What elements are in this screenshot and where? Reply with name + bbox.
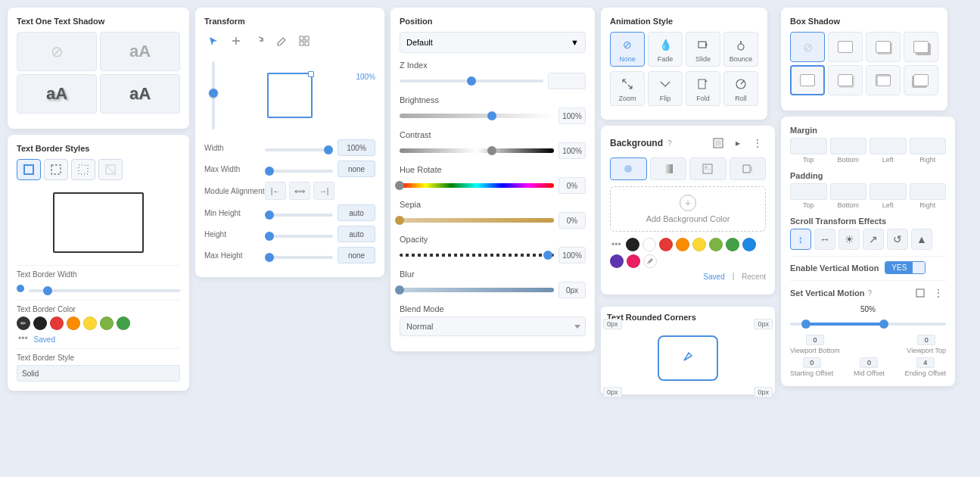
height-value[interactable]: auto: [338, 226, 375, 242]
color-black[interactable]: [33, 316, 47, 330]
bg-tab-image[interactable]: [689, 157, 726, 180]
margin-top-input[interactable]: [790, 138, 827, 154]
bg-color-red[interactable]: [659, 238, 673, 251]
blend-mode-select[interactable]: Normal Multiply Screen Overlay: [400, 316, 586, 336]
bg-color-eyedropper[interactable]: [643, 254, 657, 268]
grid-tool[interactable]: [295, 32, 313, 50]
height-slider[interactable]: [265, 235, 333, 238]
border-none-btn[interactable]: [98, 159, 123, 180]
z-index-input[interactable]: [548, 73, 586, 89]
bg-color-green1[interactable]: [709, 238, 723, 251]
max-height-slider[interactable]: [265, 256, 333, 259]
arrow-tool[interactable]: [204, 32, 222, 50]
color-eyedropper[interactable]: ✏: [17, 316, 30, 330]
anim-bounce[interactable]: Bounce: [723, 32, 758, 67]
padding-bottom-input[interactable]: [830, 183, 867, 200]
shadow-opt-2[interactable]: [866, 32, 901, 62]
shadow-opt-7[interactable]: [904, 65, 938, 95]
border-style-value[interactable]: Solid: [17, 365, 180, 382]
padding-top-input[interactable]: [790, 183, 827, 200]
vm-icon-2[interactable]: ⋮: [931, 285, 946, 301]
bg-saved-label[interactable]: Saved: [703, 273, 724, 281]
plus-tool[interactable]: [227, 32, 245, 50]
min-height-slider[interactable]: [265, 214, 333, 217]
color-yellow[interactable]: [83, 316, 97, 330]
shadow-plain[interactable]: aA: [100, 32, 180, 71]
rotate-tool[interactable]: [250, 32, 268, 50]
width-slider[interactable]: [265, 148, 333, 151]
bg-color-orange[interactable]: [676, 238, 689, 251]
width-value[interactable]: 100%: [338, 139, 375, 156]
color-red[interactable]: [50, 316, 64, 330]
color-lime[interactable]: [117, 316, 130, 330]
shadow-opt-4[interactable]: [790, 65, 825, 95]
color-orange[interactable]: [67, 316, 80, 330]
max-width-value[interactable]: none: [338, 161, 375, 177]
scroll-icon-3[interactable]: ☀: [838, 229, 860, 250]
bg-tab-video[interactable]: [730, 157, 767, 180]
yes-btn[interactable]: YES: [885, 262, 913, 273]
border-width-input[interactable]: [29, 289, 180, 292]
shadow-1[interactable]: aA: [17, 74, 97, 114]
bg-more[interactable]: ⋮: [749, 135, 766, 151]
scroll-icon-2[interactable]: ↔: [814, 229, 835, 250]
corner-tl-val[interactable]: 0px: [603, 319, 622, 329]
z-index-slider[interactable]: [400, 80, 543, 83]
margin-right-input[interactable]: [910, 138, 947, 154]
shadow-opt-3[interactable]: [904, 32, 938, 62]
anim-roll[interactable]: Roll: [723, 71, 758, 106]
anim-fold[interactable]: Fold: [686, 71, 720, 106]
scroll-icon-4[interactable]: ↗: [863, 229, 884, 250]
bg-color-pink[interactable]: [627, 254, 640, 268]
align-left-btn[interactable]: |←: [265, 182, 286, 200]
bg-icon-2[interactable]: ▸: [730, 135, 746, 151]
color-green[interactable]: [100, 316, 114, 330]
margin-bottom-input[interactable]: [830, 138, 867, 154]
max-width-slider[interactable]: [265, 170, 333, 173]
shadow-opt-none[interactable]: ⊘: [790, 32, 825, 62]
vm-eo-val[interactable]: 4: [916, 357, 935, 368]
padding-left-input[interactable]: [870, 183, 907, 200]
bg-recent-label[interactable]: Recent: [742, 273, 766, 281]
edit-tool[interactable]: [272, 32, 291, 50]
bg-color-black[interactable]: [626, 238, 639, 251]
bg-icon-1[interactable]: [710, 135, 726, 151]
vm-mo-val[interactable]: 0: [860, 357, 878, 368]
scroll-icon-6[interactable]: ▲: [911, 229, 932, 250]
bg-color-blue[interactable]: [742, 238, 756, 251]
position-select[interactable]: Default ▼: [400, 32, 586, 53]
bg-color-yellow[interactable]: [692, 238, 706, 251]
bg-tab-color[interactable]: [610, 157, 647, 180]
transform-handle[interactable]: [308, 71, 314, 77]
bg-more-btn[interactable]: •••: [610, 239, 623, 250]
anim-zoom[interactable]: Zoom: [610, 71, 645, 106]
max-height-value[interactable]: none: [338, 247, 375, 263]
anim-none[interactable]: ⊘ None: [610, 32, 645, 67]
scroll-icon-1[interactable]: ↕: [790, 229, 811, 250]
bg-color-purple[interactable]: [610, 254, 624, 268]
align-center-btn[interactable]: ⟺: [289, 182, 310, 200]
padding-right-input[interactable]: [910, 183, 947, 200]
border-solid-btn[interactable]: [17, 159, 41, 180]
vm-so-val[interactable]: 0: [803, 357, 821, 368]
anim-slide[interactable]: Slide: [686, 32, 720, 67]
corner-bl-val[interactable]: 0px: [603, 387, 622, 398]
bg-help-icon[interactable]: ?: [667, 139, 672, 148]
corner-br-val[interactable]: 0px: [754, 387, 773, 398]
min-height-value[interactable]: auto: [338, 204, 375, 221]
border-dashed-btn[interactable]: [44, 159, 68, 180]
shadow-opt-6[interactable]: [866, 65, 901, 95]
add-bg-btn[interactable]: + Add Background Color: [610, 186, 766, 232]
shadow-opt-1[interactable]: [828, 32, 863, 62]
align-right-btn[interactable]: →|: [313, 182, 334, 200]
vm-help[interactable]: ?: [867, 289, 872, 298]
bg-tab-gradient[interactable]: [650, 157, 687, 180]
border-dotted-btn[interactable]: [71, 159, 95, 180]
shadow-opt-5[interactable]: [828, 65, 863, 95]
bg-color-green2[interactable]: [726, 238, 739, 251]
vertical-slider[interactable]: [212, 61, 215, 129]
more-colors-btn[interactable]: •••: [17, 333, 30, 344]
bg-color-white[interactable]: [642, 238, 656, 251]
shadow-none[interactable]: ⊘: [17, 32, 97, 71]
margin-left-input[interactable]: [870, 138, 907, 154]
